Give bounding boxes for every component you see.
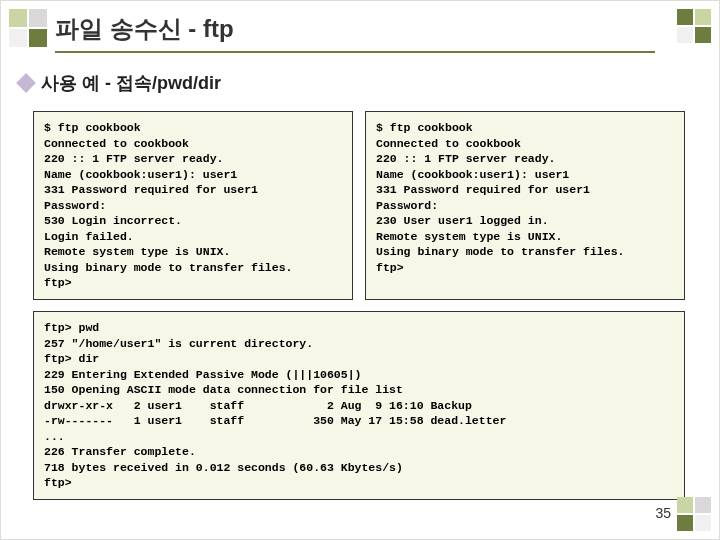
code-panel-right: $ ftp cookbook Connected to cookbook 220… xyxy=(365,111,685,300)
title-area: 파일 송수신 - ftp xyxy=(55,13,655,53)
code-panel-wide: ftp> pwd 257 "/home/user1" is current di… xyxy=(33,311,685,500)
corner-deco-bottom-right xyxy=(677,497,711,531)
page-number: 35 xyxy=(655,505,671,521)
deco-square xyxy=(677,515,693,531)
code-panels-row: $ ftp cookbook Connected to cookbook 220… xyxy=(33,111,685,300)
deco-square xyxy=(677,27,693,43)
deco-square xyxy=(695,9,711,25)
code-panel-left: $ ftp cookbook Connected to cookbook 220… xyxy=(33,111,353,300)
diamond-bullet-icon xyxy=(16,73,36,93)
subheading-text: 사용 예 - 접속/pwd/dir xyxy=(41,71,221,95)
corner-deco-top-left xyxy=(9,9,47,47)
deco-square xyxy=(677,497,693,513)
deco-square xyxy=(677,9,693,25)
deco-square xyxy=(695,27,711,43)
corner-deco-top-right xyxy=(677,9,711,43)
page-title: 파일 송수신 - ftp xyxy=(55,13,655,53)
subheading-row: 사용 예 - 접속/pwd/dir xyxy=(19,71,221,95)
deco-square xyxy=(9,9,27,27)
slide: 파일 송수신 - ftp 사용 예 - 접속/pwd/dir $ ftp coo… xyxy=(0,0,720,540)
deco-square xyxy=(695,497,711,513)
deco-square xyxy=(695,515,711,531)
deco-square xyxy=(9,29,27,47)
deco-square xyxy=(29,9,47,27)
deco-square xyxy=(29,29,47,47)
